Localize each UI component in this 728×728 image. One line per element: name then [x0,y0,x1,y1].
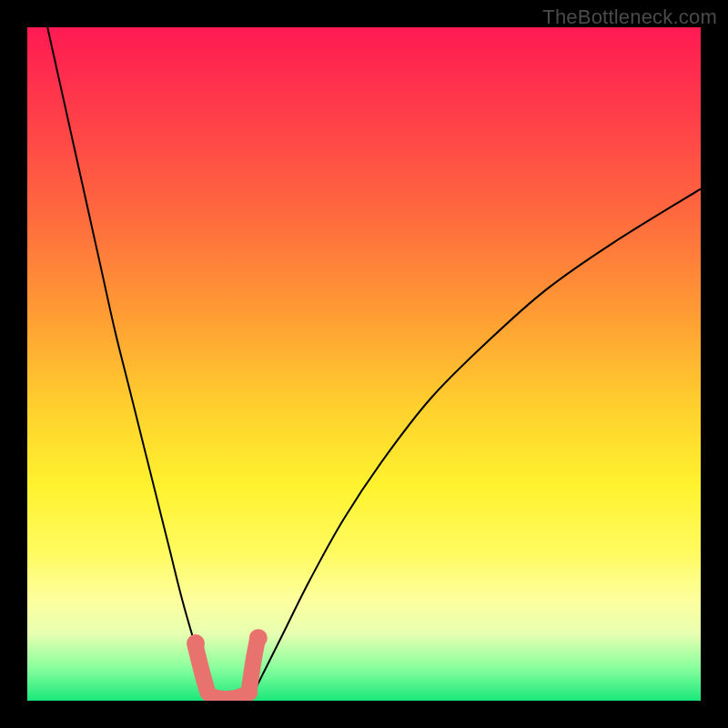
chart-frame: TheBottleneck.com [0,0,728,728]
marker-dot-0 [187,634,205,652]
marker-left-stroke [196,647,207,693]
valley-markers [187,629,268,699]
right-curve [249,189,701,701]
marker-floor-stroke [213,693,250,699]
left-curve [47,27,212,701]
plot-area [27,27,701,701]
curve-layer [27,27,701,701]
marker-dot-1 [249,629,268,647]
watermark-text: TheBottleneck.com [542,5,717,29]
